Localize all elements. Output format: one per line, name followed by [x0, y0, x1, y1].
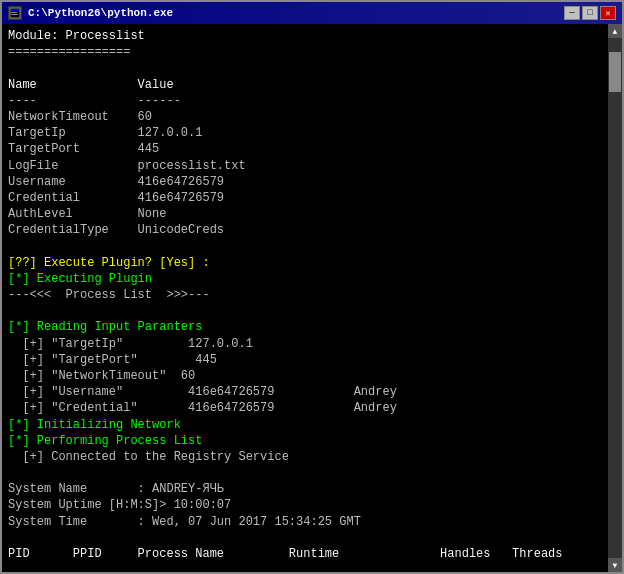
svg-rect-3 [11, 14, 18, 15]
console-output: Module: Processlist ================= Na… [2, 24, 622, 572]
svg-rect-2 [11, 12, 17, 13]
close-button[interactable]: ✕ [600, 6, 616, 20]
maximize-button[interactable]: □ [582, 6, 598, 20]
titlebar-left: C:\Python26\python.exe [8, 6, 173, 20]
window-title: C:\Python26\python.exe [28, 7, 173, 19]
console-text: Module: Processlist ================= Na… [8, 28, 616, 572]
titlebar: C:\Python26\python.exe ─ □ ✕ [2, 2, 622, 24]
svg-rect-1 [11, 9, 19, 11]
scrollbar[interactable]: ▲ ▼ [608, 24, 622, 572]
main-window: C:\Python26\python.exe ─ □ ✕ Module: Pro… [0, 0, 624, 574]
scroll-up-arrow[interactable]: ▲ [608, 24, 622, 38]
scroll-down-arrow[interactable]: ▼ [608, 558, 622, 572]
minimize-button[interactable]: ─ [564, 6, 580, 20]
app-icon [8, 6, 22, 20]
scroll-thumb[interactable] [609, 52, 621, 92]
window-controls: ─ □ ✕ [564, 6, 616, 20]
